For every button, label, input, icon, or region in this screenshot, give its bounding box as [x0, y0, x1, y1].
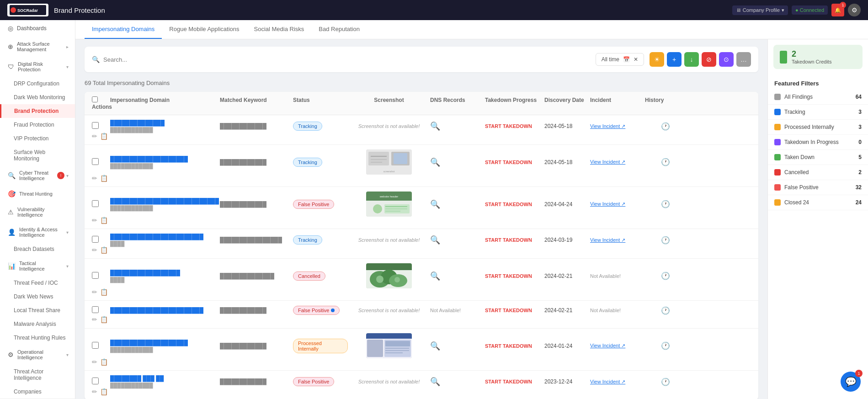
edit-icon-8[interactable]: ✏ [92, 388, 97, 395]
filter-item-cancelled[interactable]: Cancelled 2 [768, 165, 868, 180]
view-incident-link-8[interactable]: View Incident ↗ [590, 379, 645, 385]
sidebar-item-drp-config[interactable]: DRP Configuration [0, 77, 75, 90]
dns-search-icon-5[interactable]: 🔍 [430, 271, 440, 281]
filter-item-takedown-in-progress[interactable]: Takedown In Progress 0 [768, 135, 868, 150]
settings-button[interactable]: ⚙ [848, 4, 861, 16]
logo-area[interactable]: SOCRadar [7, 4, 48, 16]
copy-icon-5[interactable]: 📋 [100, 288, 108, 296]
filter-button-green[interactable]: ↓ [684, 52, 699, 67]
filter-button-orange[interactable]: ☀ [650, 52, 664, 67]
history-icon-3[interactable]: 🕐 [661, 200, 670, 208]
tab-impersonating-domains[interactable]: Impersonating Domains [85, 20, 162, 39]
sidebar-item-attack-surface[interactable]: ⊕ Attack Surface Management ▸ [0, 37, 75, 57]
edit-icon-3[interactable]: ✏ [92, 217, 97, 224]
start-takedown-btn-5[interactable]: START TAKEDOWN [485, 273, 532, 279]
copy-icon-3[interactable]: 📋 [100, 217, 108, 224]
filter-item-closed[interactable]: Closed 24 24 [768, 195, 868, 210]
dns-search-icon-3[interactable]: 🔍 [430, 200, 440, 209]
start-takedown-btn-4[interactable]: START TAKEDOWN [485, 237, 532, 243]
start-takedown-btn-8[interactable]: START TAKEDOWN [485, 379, 532, 384]
start-takedown-btn-2[interactable]: START TAKEDOWN [485, 160, 532, 165]
select-all-checkbox[interactable] [92, 96, 98, 102]
edit-icon-7[interactable]: ✏ [92, 358, 97, 366]
copy-icon-4[interactable]: 📋 [100, 246, 108, 254]
tab-bad-reputation[interactable]: Bad Reputation [311, 20, 367, 39]
dns-search-icon-8[interactable]: 🔍 [430, 377, 440, 386]
row-checkbox-6[interactable] [92, 306, 99, 313]
sidebar-item-threat-hunting-rules[interactable]: Threat Hunting Rules [0, 331, 75, 345]
sidebar-item-companies[interactable]: Companies [0, 385, 75, 399]
sidebar-item-iam[interactable]: 👤 Identity & Access Intelligence ▾ [0, 222, 75, 242]
row-checkbox-4[interactable] [92, 236, 99, 243]
sidebar-item-fraud-protection[interactable]: Fraud Protection [0, 118, 75, 132]
profile-selector[interactable]: 🖥 Company Profile ▾ [732, 5, 788, 15]
copy-icon-2[interactable]: 📋 [100, 175, 108, 182]
edit-icon-1[interactable]: ✏ [92, 133, 97, 140]
sidebar-item-tactical-intel[interactable]: 📊 Tactical Intelligence ▾ [0, 256, 75, 276]
sidebar-item-threat-actor[interactable]: Threat Actor Intelligence [0, 365, 75, 385]
search-input[interactable] [103, 56, 590, 63]
sidebar-item-vip-protection[interactable]: VIP Protection [0, 132, 75, 145]
history-icon-5[interactable]: 🕐 [661, 271, 670, 280]
start-takedown-btn-1[interactable]: START TAKEDOWN [485, 123, 532, 129]
notification-bell[interactable]: 🔔 1 [831, 4, 844, 16]
filter-item-false-positive[interactable]: False Positive 32 [768, 180, 868, 195]
view-incident-link-3[interactable]: View Incident ↗ [590, 201, 645, 207]
sidebar-item-vuln-intel[interactable]: ⚠ Vulnerability Intelligence [0, 202, 75, 222]
filter-button-red[interactable]: ⊘ [702, 52, 716, 67]
edit-icon-4[interactable]: ✏ [92, 246, 97, 254]
row-checkbox-1[interactable] [92, 122, 99, 129]
clear-date-icon[interactable]: ✕ [634, 56, 638, 63]
dns-search-icon-1[interactable]: 🔍 [430, 122, 440, 131]
sidebar-item-brand-protection[interactable]: Brand Protection [0, 104, 75, 118]
copy-icon-8[interactable]: 📋 [100, 388, 108, 395]
filter-button-blue[interactable]: + [667, 52, 682, 67]
history-icon-2[interactable]: 🕐 [661, 158, 670, 166]
filter-button-gray[interactable]: … [736, 52, 751, 67]
tab-rogue-mobile[interactable]: Rogue Mobile Applications [162, 20, 246, 39]
row-checkbox-5[interactable] [92, 272, 99, 279]
copy-icon-7[interactable]: 📋 [100, 358, 108, 366]
sidebar-item-dashboards[interactable]: ◎ Dashboards [0, 20, 75, 37]
start-takedown-btn-7[interactable]: START TAKEDOWN [485, 343, 532, 349]
sidebar-item-cti[interactable]: 🔍 Cyber Threat Intelligence ! ▾ [0, 165, 75, 186]
sidebar-item-dark-web[interactable]: Dark Web Monitoring [0, 90, 75, 104]
start-takedown-btn-6[interactable]: START TAKEDOWN [485, 308, 532, 313]
sidebar-item-breach-datasets[interactable]: Breach Datasets [0, 242, 75, 256]
filter-item-taken-down[interactable]: Taken Down 5 [768, 150, 868, 165]
tab-social-media[interactable]: Social Media Risks [247, 20, 312, 39]
history-icon-1[interactable]: 🕐 [661, 122, 670, 131]
filter-button-purple[interactable]: ⊙ [719, 52, 734, 67]
filter-item-processed-internally[interactable]: Processed Internally 3 [768, 120, 868, 135]
row-checkbox-8[interactable] [92, 378, 99, 384]
edit-icon-6[interactable]: ✏ [92, 316, 97, 323]
sidebar-item-digital-risk[interactable]: 🛡 Digital Risk Protection ▾ [0, 57, 75, 77]
sidebar-item-local-threat[interactable]: Local Threat Share [0, 303, 75, 317]
row-checkbox-2[interactable] [92, 158, 99, 165]
history-icon-4[interactable]: 🕐 [661, 236, 670, 245]
view-incident-link-4[interactable]: View Incident ↗ [590, 237, 645, 243]
sidebar-item-dark-web-news[interactable]: Dark Web News [0, 290, 75, 303]
sidebar-item-operational-intel[interactable]: ⚙ Operational Intelligence ▾ [0, 345, 75, 365]
chat-button[interactable]: 💬 1 [841, 372, 861, 392]
view-incident-link-7[interactable]: View Incident ↗ [590, 343, 645, 349]
row-checkbox-3[interactable] [92, 200, 99, 207]
view-incident-link-2[interactable]: View Incident ↗ [590, 159, 645, 165]
history-icon-6[interactable]: 🕐 [661, 306, 670, 315]
sidebar-item-threat-hunting[interactable]: 🎯 Threat Hunting [0, 186, 75, 202]
view-incident-link-1[interactable]: View Incident ↗ [590, 123, 645, 129]
filter-item-all-findings[interactable]: All Findings 64 [768, 90, 868, 105]
dns-search-icon-2[interactable]: 🔍 [430, 158, 440, 167]
start-takedown-btn-3[interactable]: START TAKEDOWN [485, 202, 532, 207]
sidebar-item-malware-analysis[interactable]: Malware Analysis [0, 317, 75, 331]
history-icon-7[interactable]: 🕐 [661, 341, 670, 350]
edit-icon-2[interactable]: ✏ [92, 175, 97, 182]
row-checkbox-7[interactable] [92, 342, 99, 349]
edit-icon-5[interactable]: ✏ [92, 288, 97, 296]
filter-item-tracking[interactable]: Tracking 3 [768, 105, 868, 120]
date-filter[interactable]: All time 📅 ✕ [596, 53, 644, 66]
dns-search-icon-4[interactable]: 🔍 [430, 235, 440, 245]
history-icon-8[interactable]: 🕐 [661, 378, 670, 386]
copy-icon-1[interactable]: 📋 [100, 133, 108, 140]
copy-icon-6[interactable]: 📋 [100, 316, 108, 323]
